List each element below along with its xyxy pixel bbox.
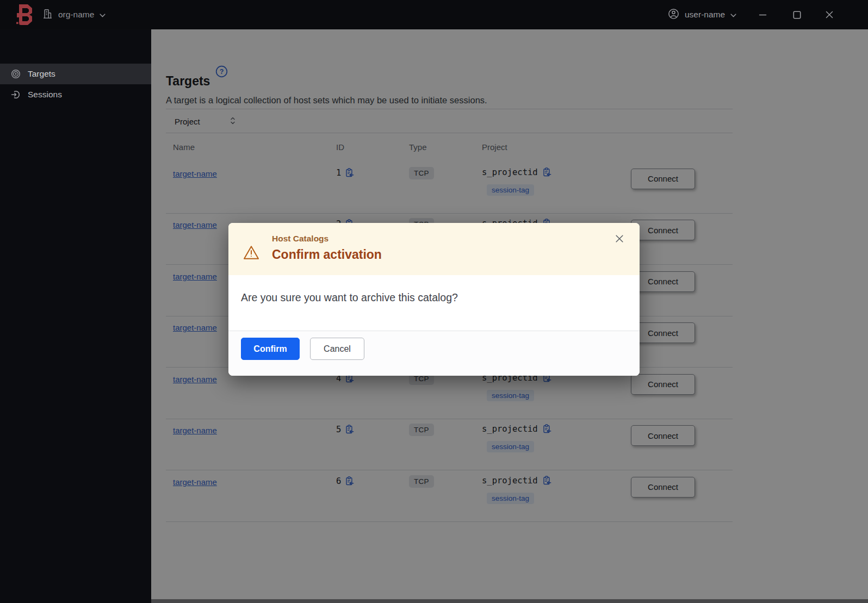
sidebar-item-label: Sessions — [28, 90, 62, 100]
close-icon[interactable] — [615, 234, 624, 245]
user-icon — [668, 8, 679, 22]
dialog-title: Confirm activation — [272, 247, 382, 262]
dialog-tagline: Host Catalogs — [272, 234, 328, 244]
dialog-message: Are you sure you want to archive this ca… — [241, 291, 458, 304]
org-icon — [42, 9, 53, 21]
org-menu[interactable]: org-name — [42, 0, 106, 29]
dialog-header: Host Catalogs Confirm activation — [228, 223, 640, 275]
dialog-footer: Confirm Cancel — [228, 331, 640, 376]
sidebar-item-sessions[interactable]: Sessions — [0, 84, 151, 105]
minimize-icon[interactable] — [754, 0, 771, 29]
org-name-label: org-name — [58, 10, 94, 20]
chevron-down-icon — [100, 10, 106, 20]
user-name-label: user-name — [685, 10, 725, 20]
confirm-button[interactable]: Confirm — [241, 338, 300, 360]
sidebar-item-targets[interactable]: Targets — [0, 64, 151, 84]
confirm-dialog: Host Catalogs Confirm activation Are you… — [228, 223, 640, 376]
titlebar: org-name user-name — [0, 0, 868, 29]
warning-icon — [243, 245, 259, 262]
boundary-logo-icon — [15, 4, 33, 26]
target-icon — [11, 69, 21, 79]
cancel-button[interactable]: Cancel — [310, 338, 364, 360]
close-icon[interactable] — [821, 0, 838, 29]
user-menu[interactable]: user-name — [668, 0, 736, 29]
sidebar: Targets Sessions — [0, 29, 151, 603]
sidebar-item-label: Targets — [28, 69, 55, 79]
chevron-down-icon — [730, 10, 736, 20]
sessions-icon — [11, 90, 21, 100]
dialog-body: Are you sure you want to archive this ca… — [228, 275, 640, 331]
maximize-icon[interactable] — [789, 0, 805, 29]
